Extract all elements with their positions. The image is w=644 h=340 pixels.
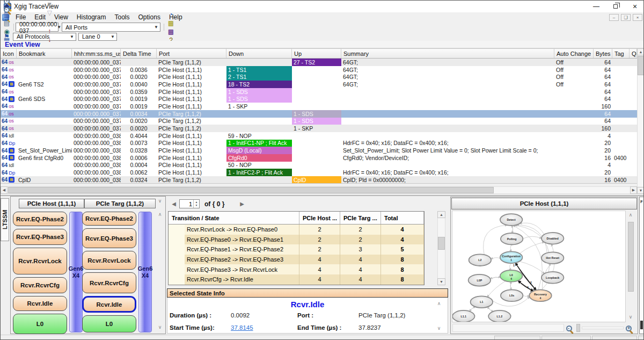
transition-row[interactable]: Rcvr.EQ-Phase3 -> Rcvr.RcvrLock448 bbox=[169, 264, 424, 274]
packet-bar[interactable]: 1 - InitFC1-NP ; Flit Ack bbox=[226, 140, 292, 147]
ltssm-state-rcvr-idle[interactable]: Rcvr.Idle bbox=[13, 296, 67, 311]
transition-column-header[interactable]: PCIe Host ... bbox=[299, 212, 340, 224]
ltssm-state-rcvr-rcvrlock[interactable]: Rcvr.RcvrLock bbox=[13, 248, 67, 274]
spinner-arrows-icon[interactable]: ▲▼ bbox=[193, 200, 199, 208]
column-header-icon[interactable]: Icon bbox=[1, 49, 17, 58]
minimize-button[interactable]: — bbox=[587, 1, 606, 12]
packet-bar[interactable]: 27 - TS2 bbox=[292, 59, 341, 66]
scroll-left-icon[interactable]: ◀ bbox=[1, 186, 8, 194]
state-node-l2[interactable]: L2 bbox=[469, 254, 491, 266]
jump-prev-icon[interactable]: ↑ bbox=[45, 27, 54, 35]
column-header-delta-time[interactable]: Delta Time bbox=[121, 49, 157, 58]
packet-bar[interactable]: 1 - SDS bbox=[292, 118, 341, 125]
zoom-fit-icon[interactable]: ↔ bbox=[2, 14, 11, 23]
table-row[interactable]: 64Idl000:00:00.000_0380.4044PCIe Host (1… bbox=[1, 132, 637, 140]
table-row[interactable]: 64os000:00:00.000_0370.0036PCIe Host (1,… bbox=[1, 66, 637, 74]
ltssm-state-rcvr-eq-phase3[interactable]: Rcvr.EQ-Phase3 bbox=[82, 228, 136, 248]
packet-bar[interactable]: 1 - InitFC2-P ; Flit Ack bbox=[226, 169, 292, 176]
protocols-dropdown-icon[interactable]: ▼ bbox=[68, 33, 76, 40]
vscroll-thumb[interactable] bbox=[638, 56, 644, 75]
child-minimize-button[interactable]: – bbox=[609, 14, 619, 21]
state-node-disabled[interactable]: Disabled bbox=[541, 233, 564, 244]
diagram-port-button[interactable]: PCIe Host (1,1,1) bbox=[451, 198, 637, 209]
time-dropdown-icon[interactable]: ▼ bbox=[57, 23, 61, 31]
menu-options[interactable]: Options bbox=[134, 13, 165, 21]
restore-button[interactable] bbox=[606, 1, 625, 12]
ltssm-tab[interactable]: LTSSM bbox=[1, 198, 9, 241]
table-row[interactable]: 64Dp000:00:00.000_0380.0062PCIe Host (1,… bbox=[1, 169, 637, 176]
scroll-right-icon[interactable]: ▶ bbox=[630, 186, 637, 194]
ltssm-state-rcvr-eq-phase2[interactable]: Rcvr.EQ-Phase2 bbox=[82, 212, 136, 226]
ltssm-state-rcvr-eq-phase2[interactable]: Rcvr.EQ-Phase2 bbox=[13, 212, 67, 226]
jump-next-icon[interactable]: ↓ bbox=[45, 35, 54, 44]
ltssm-state-rcvr-rcvrlock[interactable]: Rcvr.RcvrLock bbox=[82, 251, 136, 270]
ltssm-state-l0[interactable]: L0 bbox=[82, 315, 136, 332]
table-row[interactable]: 64BGen6 first CfgRd0000:00:00.000_0380.0… bbox=[1, 154, 637, 162]
transition-row[interactable]: Rcvr.EQ-Phase1 -> Rcvr.EQ-Phase2235 bbox=[169, 244, 424, 255]
ssi-scroll-down-icon[interactable]: ∨ bbox=[436, 325, 442, 331]
state-node-l0s[interactable]: L0s bbox=[501, 290, 523, 301]
state-node-l0[interactable]: L04 bbox=[500, 270, 522, 282]
ltssm-port-button[interactable]: PCIe Targ (1,1,2) bbox=[84, 199, 156, 208]
column-header-down[interactable]: Down bbox=[226, 49, 292, 58]
ltssm-state-rcvr-rcvrcfg[interactable]: Rcvr.RcvrCfg bbox=[82, 272, 136, 293]
next-event-icon[interactable]: ▼ bbox=[45, 0, 54, 9]
diagram-scroll-thumb[interactable] bbox=[628, 222, 634, 292]
transition-index-spinner[interactable]: 1 ▲▼ bbox=[179, 199, 200, 208]
table-row[interactable]: 64Idl000:00:00.000_0380.0004PCIe Host (1… bbox=[1, 162, 637, 169]
ltssm-state-rcvr-idle[interactable]: Rcvr.Idle bbox=[82, 296, 136, 313]
ltssm-dropdown-icon[interactable]: ∨ bbox=[157, 198, 163, 204]
table-row[interactable]: 64os000:00:00.000_0370.0020PCIe Targ (1,… bbox=[1, 125, 637, 132]
diagram-scroll-up-icon[interactable]: ∧ bbox=[627, 212, 634, 218]
scroll-down-icon[interactable]: ▼ bbox=[637, 187, 644, 194]
column-header-qu[interactable]: Qu bbox=[630, 49, 637, 58]
ltssm-scroll-up-icon[interactable]: ∧ bbox=[157, 212, 163, 217]
transition-column-header[interactable]: PCIe Targ ... bbox=[340, 212, 381, 224]
child-restore-button[interactable]: ❑ bbox=[621, 14, 631, 21]
table-row[interactable]: 64BGen6 SDS000:00:00.000_0370.0019PCIe H… bbox=[1, 95, 637, 103]
column-header-bytes[interactable]: Bytes bbox=[594, 49, 612, 58]
ports-select[interactable]: All Ports ▼ bbox=[62, 23, 160, 32]
transition-column-header[interactable]: Transition / State bbox=[169, 212, 299, 224]
ltssm-state-rcvr-rcvrcfg[interactable]: Rcvr.RcvrCfg bbox=[13, 277, 67, 293]
packet-bar[interactable]: CplD bbox=[292, 176, 341, 184]
menu-tools[interactable]: Tools bbox=[111, 13, 134, 21]
transition-row[interactable]: Rcvr.RcvrCfg -> Rcvr.Idle448 bbox=[169, 274, 424, 285]
transition-scroll-up-icon[interactable]: ▲ bbox=[437, 211, 445, 218]
packet-bar[interactable]: CfgRd0 bbox=[226, 154, 292, 162]
column-header-up[interactable]: Up bbox=[292, 49, 341, 58]
state-node-l0p[interactable]: L0P bbox=[469, 274, 491, 286]
table-row[interactable]: 64os000:00:00.000_0370.0020PCIe Targ (1,… bbox=[1, 118, 637, 125]
table-row[interactable]: 64os000:00:00.000_037PCIe Targ (1,1,2)27… bbox=[1, 59, 637, 66]
packet-bar[interactable]: MsgD (Local) bbox=[226, 147, 292, 154]
start-time-link[interactable]: 37.8145 bbox=[231, 324, 253, 331]
table-row[interactable]: 64Dp000:00:00.000_0380.0073PCIe Host (1,… bbox=[1, 140, 637, 147]
diagram-zoom-out-icon[interactable]: - bbox=[566, 324, 572, 334]
transition-row[interactable]: Rcvr.EQ-Phase2 -> Rcvr.EQ-Phase3448 bbox=[169, 255, 424, 265]
column-header-port[interactable]: Port bbox=[157, 49, 226, 58]
state-node-polling[interactable]: Polling bbox=[501, 233, 523, 245]
packet-bar[interactable]: 1 - SDS bbox=[226, 88, 292, 96]
ltssm-state-l0[interactable]: L0 bbox=[13, 314, 67, 334]
hscroll-thumb[interactable] bbox=[8, 187, 494, 193]
diagram-zoom-slider[interactable] bbox=[576, 324, 580, 332]
ltssm-scroll-down-icon[interactable]: ∨ bbox=[157, 324, 163, 330]
state-node-l1-2[interactable]: L1.2 bbox=[488, 310, 510, 322]
packet-bar[interactable]: 1 - SDS bbox=[226, 95, 292, 103]
transition-row[interactable]: Rcvr.RcvrLock -> Rcvr.EQ-Phase0224 bbox=[169, 225, 424, 235]
packet-bar[interactable]: 1 - TS1 bbox=[226, 66, 292, 74]
zoom-out-icon[interactable]: - bbox=[2, 5, 11, 14]
column-header-bookmark[interactable]: Bookmark bbox=[17, 49, 72, 58]
close-button[interactable]: × bbox=[625, 1, 644, 12]
filter-icon[interactable]: ▽ bbox=[45, 9, 54, 17]
diagram-hscrollbar[interactable] bbox=[452, 324, 564, 332]
transition-scroll-thumb[interactable] bbox=[438, 237, 445, 250]
column-header-auto-change[interactable]: Auto Change bbox=[554, 49, 594, 58]
nav-prev-button[interactable]: ◀ bbox=[170, 199, 178, 208]
state-node-hotreset[interactable]: Hot Reset bbox=[541, 252, 564, 264]
nav-next-button[interactable]: ▶ bbox=[238, 199, 246, 208]
clock-info-icon[interactable]: ◔ bbox=[166, 10, 175, 19]
tag-icon[interactable]: ⚑ bbox=[2, 32, 11, 41]
table-row[interactable]: 64BGen6 TS2000:00:00.000_0370.0040PCIe H… bbox=[1, 81, 637, 88]
packet-bar[interactable]: 1 - SDS bbox=[292, 110, 341, 118]
